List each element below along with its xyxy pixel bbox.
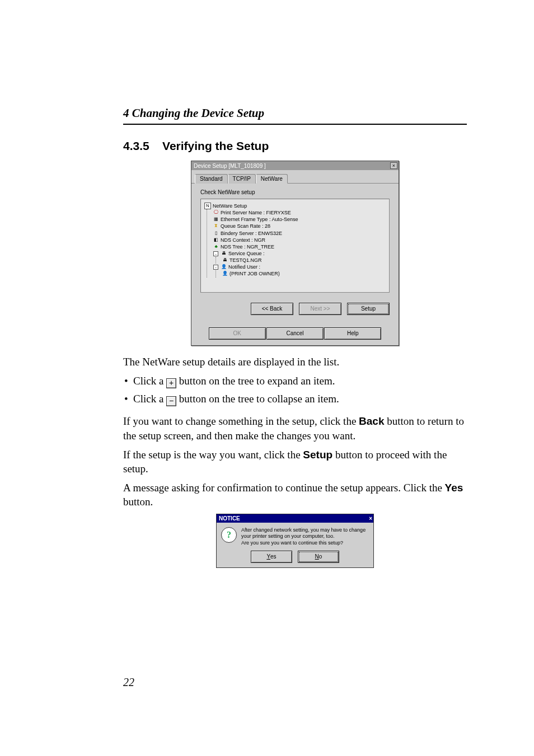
setup-button[interactable]: Setup <box>347 303 390 315</box>
bullet-text: Click a <box>133 375 166 387</box>
tree-leaf-label: Print Server Name : FIERYXSE <box>221 209 291 216</box>
yes-button[interactable]: Yes <box>251 551 292 563</box>
tree-leaf[interactable]: ▦Ethernet Frame Type : Auto-Sense <box>213 216 386 223</box>
tree-leaf-label: Bindery Server : ENWS32E <box>221 230 282 237</box>
netware-icon: N <box>204 203 211 209</box>
tree-leaf[interactable]: ◧NDS Context : NGR <box>213 237 386 243</box>
tabs-row: Standard TCP/IP NetWare <box>191 170 399 184</box>
help-button[interactable]: Help <box>324 327 381 340</box>
tree-root-label: NetWare Setup <box>213 203 247 209</box>
tree-leaf-label: (PRINT JOB OWNER) <box>229 270 280 277</box>
section-title: Verifying the Setup <box>162 139 269 152</box>
next-button[interactable]: Next >> <box>299 303 341 315</box>
bullet-text: Click a <box>133 393 166 405</box>
tree-leaf[interactable]: ♣NDS Tree : NGR_TREE <box>213 243 386 250</box>
mnemonic: Y <box>266 553 270 560</box>
tab-standard[interactable]: Standard <box>195 174 228 184</box>
body-paragraph: A message asking for confirmation to con… <box>123 481 467 509</box>
tree-leaf-label: Queue Scan Rate : 28 <box>221 223 270 229</box>
tree-leaf-label: NDS Tree : NGR_TREE <box>221 243 274 250</box>
user-icon: 👤 <box>221 264 227 270</box>
bold-yes: Yes <box>445 482 463 494</box>
tree-leaf[interactable]: 🖵Print Server Name : FIERYXSE <box>213 209 386 216</box>
paragraph-text: If you want to change something in the s… <box>123 415 359 427</box>
chapter-header: 4 Changing the Device Setup <box>123 0 467 124</box>
printserver-icon: 🖵 <box>213 210 219 215</box>
tree-leaf-label: Notified User : <box>228 264 260 270</box>
tree-leaf[interactable]: 👤(PRINT JOB OWNER) <box>222 270 386 277</box>
tree-leaf[interactable]: ⧗Queue Scan Rate : 28 <box>213 223 386 229</box>
paragraph-text: A message asking for confirmation to con… <box>123 482 445 494</box>
tab-tcpip[interactable]: TCP/IP <box>228 174 256 184</box>
frame-icon: ▦ <box>213 217 219 222</box>
mnemonic: N <box>315 553 319 560</box>
queue-icon: 🖶 <box>221 251 227 256</box>
close-icon[interactable]: × <box>369 515 372 522</box>
bold-back: Back <box>359 415 384 427</box>
bullet-text: button on the tree to expand an item. <box>179 375 335 387</box>
tree-panel: N NetWare Setup 🖵Print Server Name : FIE… <box>200 199 390 293</box>
tree-leaf-label: TESTQ1.NGR <box>229 257 262 264</box>
paragraph-text: If the setup is the way you want, click … <box>123 449 303 461</box>
notice-dialog: NOTICE × ? After changed network setting… <box>216 514 374 568</box>
body-paragraph: If you want to change something in the s… <box>123 414 467 443</box>
tree-branch[interactable]: -🖶Service Queue : <box>213 250 386 257</box>
bullet-text: button on the tree to collapse an item. <box>179 393 339 405</box>
body-paragraph: If the setup is the way you want, click … <box>123 448 467 476</box>
tree-icon: ♣ <box>213 244 219 250</box>
paragraph-text: button. <box>123 496 153 508</box>
device-setup-dialog: Device Setup [MLT_101809 ] × Standard TC… <box>191 161 399 346</box>
notice-title: NOTICE <box>219 515 240 522</box>
notice-titlebar: NOTICE × <box>217 514 373 523</box>
ok-button[interactable]: OK <box>209 327 266 340</box>
section-number: 4.3.5 <box>123 139 149 152</box>
section-heading: 4.3.5 Verifying the Setup <box>123 139 467 153</box>
context-icon: ◧ <box>213 237 219 243</box>
bindery-icon: ▯ <box>213 231 219 236</box>
body-paragraph: The NetWare setup details are displayed … <box>123 355 467 369</box>
plus-icon: + <box>166 378 176 388</box>
tree-root[interactable]: N NetWare Setup <box>204 203 386 209</box>
tab-netware[interactable]: NetWare <box>256 174 288 184</box>
minus-icon: − <box>166 396 176 406</box>
back-button[interactable]: << Back <box>251 303 293 315</box>
close-icon[interactable]: × <box>390 162 397 169</box>
bullet-list: Click a + button on the tree to expand a… <box>123 373 467 406</box>
tree-leaf[interactable]: 🖶TESTQ1.NGR <box>222 257 386 264</box>
tree-leaf-label: Service Queue : <box>228 250 265 257</box>
header-rule <box>123 124 467 125</box>
queueitem-icon: 🖶 <box>222 257 228 263</box>
dialog-titlebar: Device Setup [MLT_101809 ] × <box>191 161 399 170</box>
cancel-button[interactable]: Cancel <box>266 327 324 340</box>
collapse-icon[interactable]: - <box>213 265 218 270</box>
tree-leaf-label: NDS Context : NGR <box>221 237 265 243</box>
question-icon: ? <box>221 527 237 543</box>
scanrate-icon: ⧗ <box>213 223 219 229</box>
setup-subtitle: Check NetWare setup <box>200 189 390 195</box>
useritem-icon: 👤 <box>222 271 228 276</box>
no-button[interactable]: No <box>298 551 339 563</box>
dialog-title: Device Setup [MLT_101809 ] <box>194 163 266 169</box>
bullet-item: Click a − button on the tree to collapse… <box>123 391 467 407</box>
collapse-icon[interactable]: - <box>213 251 218 256</box>
bullet-item: Click a + button on the tree to expand a… <box>123 373 467 389</box>
tree-branch[interactable]: -👤Notified User : <box>213 264 386 270</box>
tree-leaf[interactable]: ▯Bindery Server : ENWS32E <box>213 230 386 237</box>
notice-message: After changed network setting, you may h… <box>241 527 369 546</box>
bold-setup: Setup <box>303 449 332 461</box>
page-number: 22 <box>123 676 134 689</box>
tree-leaf-label: Ethernet Frame Type : Auto-Sense <box>221 216 298 223</box>
